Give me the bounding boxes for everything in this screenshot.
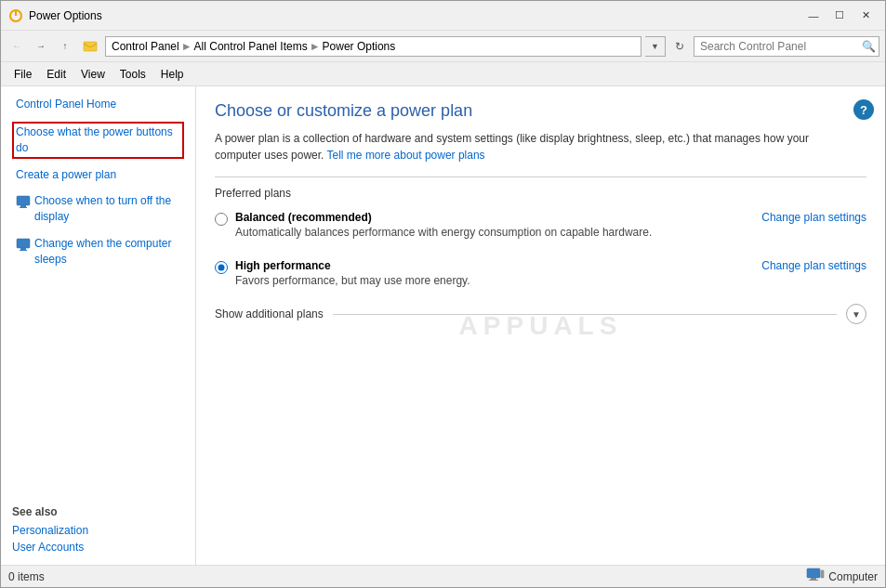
plan-balanced: Balanced (recommended) Automatically bal… [215, 207, 866, 242]
section-divider [215, 176, 866, 177]
svg-rect-10 [811, 578, 816, 580]
path-power-options[interactable]: Power Options [323, 40, 396, 53]
page-description: A power plan is a collection of hardware… [215, 130, 838, 163]
menu-file[interactable]: File [7, 65, 39, 84]
svg-rect-9 [807, 568, 820, 578]
status-items-count: 0 items [8, 570, 45, 583]
menu-help[interactable]: Help [153, 65, 192, 84]
close-button[interactable]: ✕ [853, 7, 878, 25]
radio-balanced[interactable] [215, 213, 228, 226]
svg-rect-7 [20, 248, 26, 250]
plan-balanced-info: Balanced (recommended) Automatically bal… [235, 211, 761, 239]
sidebar-link-computer-sleeps-label: Change when the computer sleeps [34, 236, 180, 268]
window-title: Power Options [29, 9, 801, 22]
see-also-personalization[interactable]: Personalization [12, 522, 184, 539]
sidebar-spacer [1, 280, 195, 498]
sidebar-link-power-buttons[interactable]: Choose what the power buttons do [12, 122, 184, 159]
window-controls: — ☐ ✕ [801, 7, 878, 25]
svg-rect-3 [17, 196, 30, 205]
show-additional-text: Show additional plans [215, 307, 324, 320]
status-bar: 0 items Computer [1, 565, 885, 587]
path-control-panel[interactable]: Control Panel [112, 40, 179, 53]
computer-icon-area: Computer [806, 568, 878, 585]
minimize-button[interactable]: — [801, 7, 826, 25]
see-also-user-accounts[interactable]: User Accounts [12, 539, 184, 555]
app-icon [8, 8, 23, 23]
search-input[interactable] [694, 36, 879, 57]
refresh-button[interactable]: ↻ [669, 36, 690, 57]
see-also-title: See also [12, 505, 184, 518]
balanced-settings-link[interactable]: Change plan settings [761, 211, 866, 224]
menu-edit[interactable]: Edit [39, 65, 73, 84]
content-wrapper: Control Panel Home Choose what the power… [1, 86, 885, 565]
maximize-button[interactable]: ☐ [827, 7, 852, 25]
monitor-icon-1 [16, 194, 31, 214]
page-desc-text: A power plan is a collection of hardware… [215, 132, 809, 162]
menu-bar: File Edit View Tools Help [1, 62, 885, 86]
help-button[interactable]: ? [853, 99, 874, 120]
plan-balanced-name: Balanced (recommended) [235, 211, 761, 224]
sidebar-link-turn-off-display-label: Choose when to turn off the display [34, 193, 180, 225]
forward-button[interactable]: → [31, 36, 51, 57]
sidebar: Control Panel Home Choose what the power… [1, 86, 196, 565]
chevron-down-icon[interactable]: ▼ [846, 304, 866, 324]
monitor-icon-2 [16, 237, 31, 256]
show-additional-line [333, 314, 837, 315]
sidebar-link-create-plan-label: Create a power plan [16, 167, 116, 183]
svg-rect-6 [17, 239, 30, 248]
content-panel: APPUALS Choose or customize a power plan… [196, 86, 885, 565]
path-all-items[interactable]: All Control Panel Items [194, 40, 308, 53]
svg-rect-11 [809, 580, 818, 581]
search-wrapper: 🔍 [694, 36, 879, 57]
plan-high-performance-desc: Favors performance, but may use more ene… [235, 274, 761, 287]
plan-high-performance-info: High performance Favors performance, but… [235, 259, 761, 287]
main-window: Power Options — ☐ ✕ ← → ↑ Control Panel … [0, 0, 886, 588]
computer-label: Computer [828, 570, 878, 583]
sidebar-link-create-plan[interactable]: Create a power plan [12, 164, 184, 186]
title-bar: Power Options — ☐ ✕ [1, 1, 885, 31]
show-additional-plans: Show additional plans ▼ [215, 304, 866, 324]
sidebar-control-panel-home[interactable]: Control Panel Home [12, 96, 184, 112]
svg-rect-8 [20, 250, 27, 251]
address-bar: ← → ↑ Control Panel ► All Control Panel … [1, 31, 885, 62]
location-icon [83, 39, 98, 54]
svg-rect-2 [84, 42, 97, 51]
path-sep-1: ► [181, 40, 192, 53]
tell-me-more-link[interactable]: Tell me more about power plans [327, 149, 485, 162]
status-right: Computer [806, 568, 878, 585]
preferred-plans-title: Preferred plans [215, 187, 866, 200]
menu-view[interactable]: View [73, 65, 112, 84]
computer-icon [806, 568, 825, 585]
svg-rect-4 [20, 205, 26, 207]
sidebar-link-turn-off-display[interactable]: Choose when to turn off the display [12, 190, 184, 228]
high-performance-settings-link[interactable]: Change plan settings [761, 259, 866, 272]
plan-high-performance: High performance Favors performance, but… [215, 255, 866, 291]
svg-rect-5 [20, 207, 27, 208]
plan-high-performance-name: High performance [235, 259, 761, 272]
back-button[interactable]: ← [7, 36, 27, 57]
see-also-section: See also Personalization User Accounts [1, 505, 195, 555]
plan-balanced-desc: Automatically balances performance with … [235, 226, 761, 239]
address-path[interactable]: Control Panel ► All Control Panel Items … [105, 36, 641, 57]
sidebar-link-power-buttons-label: Choose what the power buttons do [16, 124, 180, 156]
svg-rect-12 [821, 570, 824, 578]
address-dropdown[interactable]: ▼ [645, 36, 666, 57]
up-button[interactable]: ↑ [55, 36, 75, 57]
sidebar-links: Choose what the power buttons do Create … [12, 122, 184, 270]
path-sep-2: ► [310, 40, 321, 53]
sidebar-nav: Control Panel Home Choose what the power… [1, 96, 195, 272]
radio-high-performance[interactable] [215, 261, 228, 274]
sidebar-link-computer-sleeps[interactable]: Change when the computer sleeps [12, 233, 184, 270]
page-title: Choose or customize a power plan [215, 101, 866, 121]
menu-tools[interactable]: Tools [112, 65, 153, 84]
